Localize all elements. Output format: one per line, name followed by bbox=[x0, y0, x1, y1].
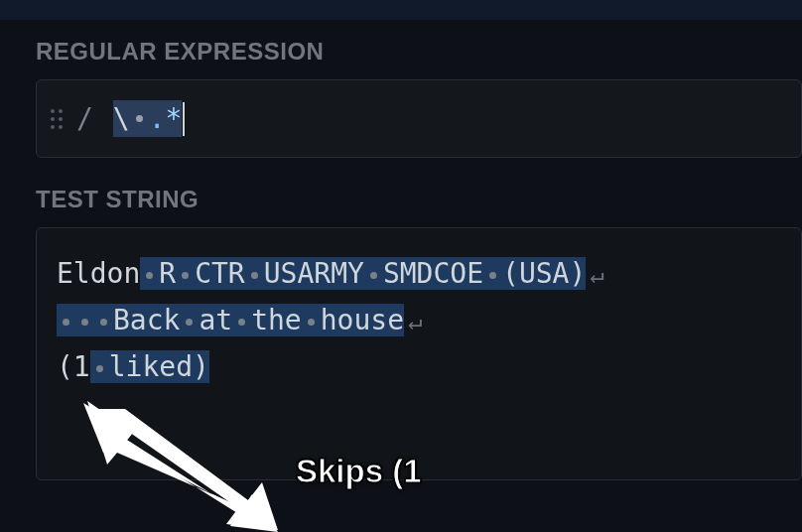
test-line1-pre: Eldon bbox=[57, 257, 140, 290]
newline-icon: ↵ bbox=[404, 308, 426, 335]
regex-token-star: * bbox=[166, 102, 183, 135]
text-caret bbox=[183, 102, 185, 136]
test-string-box[interactable]: EldonRCTRUSARMYSMDCOE(USA)↵ Backatthehou… bbox=[36, 227, 802, 480]
test-line-1: EldonRCTRUSARMYSMDCOE(USA)↵ bbox=[57, 250, 781, 297]
main-container: REGULAR EXPRESSION / \ . * TEST STRING E… bbox=[0, 20, 802, 480]
test-line2-match: Backatthehouse bbox=[57, 304, 404, 336]
regex-token-dot: . bbox=[149, 102, 166, 135]
test-line-2: Backatthehouse↵ bbox=[57, 297, 781, 343]
drag-handle-icon[interactable] bbox=[51, 109, 63, 129]
test-line1-match: RCTRUSARMYSMDCOE(USA) bbox=[140, 257, 586, 290]
regex-section-label: REGULAR EXPRESSION bbox=[36, 38, 802, 66]
test-line3-pre: (1 bbox=[57, 350, 90, 383]
teststring-section-label: TEST STRING bbox=[36, 186, 802, 213]
regex-token-space-marker bbox=[136, 115, 143, 122]
regex-delimiter: / bbox=[76, 102, 93, 135]
test-line-3: (1liked) bbox=[57, 343, 781, 390]
regex-token-escape: \ bbox=[113, 102, 130, 135]
top-strip bbox=[0, 0, 802, 20]
regex-input-box[interactable]: / \ . * bbox=[36, 79, 802, 158]
regex-pattern[interactable]: \ . * bbox=[103, 100, 186, 137]
newline-icon: ↵ bbox=[586, 261, 607, 289]
test-line3-match: liked) bbox=[90, 350, 209, 383]
